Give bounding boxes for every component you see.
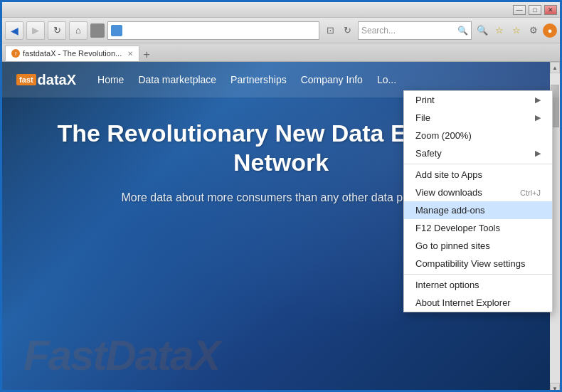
- hero-subtitle: More data about more consumers than any …: [121, 191, 440, 204]
- nav-separator: [90, 23, 105, 38]
- menu-item-label: F12 Developer Tools: [415, 223, 500, 233]
- menu-item-view-downloads[interactable]: View downloadsCtrl+J: [404, 184, 552, 201]
- title-bar: — □ ✕: [2, 2, 560, 18]
- nav-partnerships[interactable]: Partnerships: [230, 74, 287, 85]
- nav-bar: ◀ ▶ ↻ ⌂ ⊡ ↻ Search... 🔍 🔍 ☆ ☆ ⚙ ●: [2, 18, 560, 43]
- site-nav-links: Home Data marketplace Partnerships Compa…: [97, 74, 546, 85]
- menu-item-label: Internet options: [415, 280, 479, 290]
- settings-icon[interactable]: ⚙: [526, 23, 541, 38]
- logo-fast: fast: [16, 74, 36, 85]
- menu-item-f12-developer-tools[interactable]: F12 Developer Tools: [404, 219, 552, 237]
- compatibility-icon[interactable]: ⊡: [322, 23, 338, 38]
- context-menu: Print▶File▶Zoom (200%)Safety▶Add site to…: [403, 90, 553, 312]
- tab-close-icon[interactable]: ✕: [127, 50, 133, 58]
- scroll-down-arrow[interactable]: ▼: [550, 383, 560, 392]
- reload-icon[interactable]: ↻: [339, 23, 355, 38]
- menu-item-print[interactable]: Print▶: [404, 91, 552, 109]
- menu-item-arrow: ▶: [535, 95, 541, 105]
- menu-item-file[interactable]: File▶: [404, 109, 552, 127]
- nav-data-marketplace[interactable]: Data marketplace: [138, 74, 216, 85]
- menu-item-add-site-to-apps[interactable]: Add site to Apps: [404, 166, 552, 184]
- site-background: FastDataX fast dataX Home Data marketpla…: [2, 62, 560, 392]
- menu-item-label: Compatibility View settings: [415, 258, 525, 269]
- menu-item-compatibility-view-settings[interactable]: Compatibility View settings: [404, 255, 552, 272]
- menu-item-label: Print: [415, 95, 435, 105]
- menu-item-go-to-pinned-sites[interactable]: Go to pinned sites: [404, 237, 552, 255]
- address-bar[interactable]: [107, 21, 319, 40]
- website-content: FastDataX fast dataX Home Data marketpla…: [2, 62, 560, 392]
- menu-item-label: Add site to Apps: [415, 169, 482, 180]
- tab-favicon: f: [11, 49, 20, 58]
- menu-item-internet-options[interactable]: Internet options: [404, 276, 552, 294]
- tabs-bar: f fastdataX - The Revolution... ✕ +: [2, 43, 560, 62]
- browser-action-icons: 🔍 ☆ ☆ ⚙ ●: [474, 23, 557, 38]
- address-favicon: [111, 25, 122, 36]
- new-tab-button[interactable]: +: [139, 48, 154, 61]
- menu-item-label: Zoom (200%): [415, 130, 472, 141]
- refresh-button[interactable]: ↻: [48, 21, 66, 40]
- nav-icons: ⊡ ↻: [322, 23, 355, 38]
- site-logo: fast dataX: [16, 72, 76, 88]
- menu-item-label: Safety: [415, 148, 442, 159]
- back-button[interactable]: ◀: [5, 21, 23, 40]
- title-bar-buttons: — □ ✕: [513, 5, 557, 15]
- menu-separator: [404, 164, 552, 164]
- menu-item-label: About Internet Explorer: [415, 297, 511, 308]
- menu-item-about-internet-explorer[interactable]: About Internet Explorer: [404, 294, 552, 312]
- menu-item-label: File: [415, 112, 430, 123]
- search-action-icon[interactable]: 🔍: [474, 23, 490, 38]
- nav-home[interactable]: Home: [97, 74, 124, 85]
- tab-label: fastdataX - The Revolution...: [23, 49, 122, 58]
- menu-item-manage-add-ons[interactable]: Manage add-ons: [404, 201, 552, 219]
- menu-item-label: Manage add-ons: [415, 205, 485, 216]
- menu-item-label: Go to pinned sites: [415, 240, 490, 251]
- menu-item-label: View downloads: [415, 187, 482, 198]
- forward-button[interactable]: ▶: [26, 21, 45, 40]
- nav-more[interactable]: Lo...: [377, 74, 396, 85]
- favorites-icon[interactable]: ☆: [492, 23, 507, 38]
- browser-frame: — □ ✕ ◀ ▶ ↻ ⌂ ⊡ ↻ Search... 🔍 🔍 ☆ ☆ ⚙ ●: [2, 2, 560, 392]
- user-avatar[interactable]: ●: [543, 23, 557, 38]
- menu-separator: [404, 274, 552, 275]
- maximize-button[interactable]: □: [529, 5, 541, 15]
- search-icon[interactable]: 🔍: [457, 26, 468, 36]
- menu-item-arrow: ▶: [535, 149, 541, 158]
- search-placeholder: Search...: [361, 26, 457, 36]
- nav-company-info[interactable]: Company Info: [301, 74, 363, 85]
- home-button[interactable]: ⌂: [69, 21, 88, 40]
- site-watermark: FastDataX: [23, 331, 219, 380]
- logo-datax: dataX: [38, 72, 76, 88]
- menu-item-zoom-200[interactable]: Zoom (200%): [404, 127, 552, 144]
- menu-item-shortcut: Ctrl+J: [520, 189, 541, 197]
- menu-item-safety[interactable]: Safety▶: [404, 144, 552, 162]
- menu-item-arrow: ▶: [535, 113, 541, 122]
- close-button[interactable]: ✕: [544, 5, 557, 15]
- active-tab[interactable]: f fastdataX - The Revolution... ✕: [5, 46, 139, 61]
- favorites2-icon[interactable]: ☆: [509, 23, 524, 38]
- minimize-button[interactable]: —: [513, 5, 526, 15]
- search-bar[interactable]: Search... 🔍: [358, 21, 472, 40]
